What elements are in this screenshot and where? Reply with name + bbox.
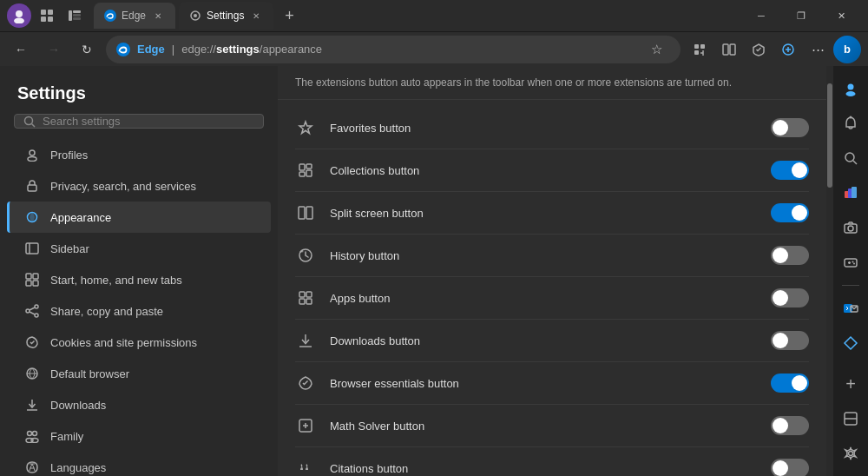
svg-rect-4 — [41, 17, 46, 22]
tab-group: Edge ✕ Settings ✕ + — [94, 2, 301, 30]
tab-settings[interactable]: Settings ✕ — [179, 2, 273, 30]
split-screen-toggle[interactable] — [771, 203, 809, 222]
svg-point-0 — [16, 10, 23, 17]
svg-rect-30 — [26, 281, 31, 286]
svg-rect-24 — [28, 185, 36, 191]
new-tab-button[interactable]: + — [277, 3, 301, 28]
sidebar-item-privacy[interactable]: Privacy, search, and services — [7, 170, 271, 202]
right-panel-divider — [842, 285, 859, 286]
restore-button[interactable]: ❐ — [781, 0, 821, 31]
right-panel-gear-icon[interactable] — [835, 438, 866, 469]
sidebar-item-share[interactable]: Share, copy and paste — [7, 295, 271, 327]
address-bar[interactable]: Edge | edge://settings/appearance ☆ — [106, 36, 681, 63]
copilot-icon[interactable]: b — [833, 36, 861, 63]
svg-point-77 — [852, 261, 854, 263]
more-tools-icon[interactable]: ⋯ — [804, 36, 832, 63]
profile-icons — [7, 3, 87, 28]
tab-edge[interactable]: Edge ✕ — [94, 3, 175, 29]
favorites-toggle[interactable] — [771, 118, 809, 137]
scrollbar-thumb[interactable] — [827, 83, 832, 188]
apps-toggle[interactable] — [771, 288, 809, 307]
downloads-toggle[interactable] — [771, 331, 809, 350]
sidebar-item-languages[interactable]: Languages — [7, 452, 271, 476]
svg-rect-14 — [694, 44, 699, 49]
tab-edge-close[interactable]: ✕ — [151, 9, 165, 23]
edge-logo-icon — [116, 43, 130, 56]
sidebar-item-downloads[interactable]: Downloads — [7, 389, 271, 420]
nav-start-icon — [24, 272, 40, 288]
collections-icon — [295, 160, 316, 181]
svg-rect-73 — [852, 187, 857, 198]
main-content: Settings Profiles Privacy, search, and s… — [0, 66, 868, 476]
browser-essentials-icon[interactable] — [745, 36, 773, 63]
back-button[interactable]: ← — [7, 36, 35, 63]
svg-point-42 — [33, 432, 37, 436]
svg-rect-52 — [306, 170, 312, 176]
setting-row-history: History button — [295, 235, 809, 277]
close-button[interactable]: ✕ — [821, 0, 861, 31]
right-panel-game-icon[interactable] — [835, 247, 866, 278]
svg-point-32 — [35, 305, 38, 308]
setting-row-favorites: Favorites button — [295, 107, 809, 149]
search-input[interactable] — [43, 115, 254, 128]
svg-point-20 — [25, 116, 33, 124]
svg-point-75 — [848, 226, 853, 231]
sidebar-item-start[interactable]: Start, home, and new tabs — [7, 264, 271, 295]
sidebar-item-cookies[interactable]: Cookies and site permissions — [7, 327, 271, 358]
refresh-button[interactable]: ↻ — [73, 36, 101, 63]
svg-rect-18 — [730, 44, 735, 55]
right-panel-profile-icon[interactable] — [835, 73, 866, 104]
extensions-icon[interactable] — [686, 36, 713, 63]
nav-family-icon — [24, 428, 40, 444]
scrollbar[interactable] — [826, 66, 833, 476]
svg-point-67 — [846, 91, 856, 96]
collections-toggle[interactable] — [771, 161, 809, 180]
right-panel-add-icon[interactable]: + — [835, 368, 866, 400]
minimize-button[interactable]: ─ — [741, 0, 781, 31]
split-screen-icon[interactable] — [715, 36, 743, 63]
avatar[interactable] — [7, 3, 31, 28]
right-panel-outlook-icon[interactable] — [835, 293, 866, 324]
math-solver-toggle[interactable] — [771, 416, 809, 435]
svg-rect-57 — [306, 292, 312, 297]
sidebar-item-sidebar[interactable]: Sidebar — [7, 233, 271, 264]
sidebar-item-family[interactable]: Family — [7, 420, 271, 452]
history-toggle[interactable] — [771, 246, 809, 265]
search-box[interactable] — [14, 114, 264, 129]
vertical-tabs-icon[interactable] — [62, 3, 87, 28]
nav-sidebar-label: Sidebar — [50, 242, 89, 255]
right-panel-diamond-icon[interactable] — [835, 327, 866, 359]
nav-share-icon — [24, 303, 40, 319]
svg-rect-3 — [48, 10, 53, 15]
nav-downloads-icon — [24, 397, 40, 413]
forward-button[interactable]: → — [40, 36, 68, 63]
citations-label: Citations button — [330, 462, 757, 475]
svg-rect-17 — [723, 44, 728, 55]
svg-point-78 — [853, 263, 855, 265]
right-panel-tools-icon[interactable] — [835, 177, 866, 208]
right-panel-notif-icon[interactable] — [835, 108, 866, 139]
window-controls: ─ ❐ ✕ — [741, 0, 861, 31]
sidebar-item-profiles[interactable]: Profiles — [7, 139, 271, 170]
favorite-star-icon[interactable]: ☆ — [642, 36, 670, 63]
nav-start-label: Start, home, and new tabs — [50, 274, 182, 287]
browser-essentials-toggle[interactable] — [771, 374, 809, 393]
sidebar-item-default[interactable]: Default browser — [7, 358, 271, 389]
svg-rect-51 — [299, 172, 305, 176]
svg-rect-26 — [26, 243, 38, 254]
workspaces-icon[interactable] — [35, 3, 59, 28]
right-panel-camera-icon[interactable] — [835, 212, 866, 243]
svg-point-13 — [116, 43, 130, 56]
tab-settings-close[interactable]: ✕ — [249, 9, 263, 23]
right-panel-layout-icon[interactable] — [835, 403, 866, 434]
svg-rect-29 — [33, 274, 38, 279]
settings-title: Settings — [0, 66, 278, 114]
svg-rect-50 — [306, 164, 312, 169]
edge-sidebar-icon[interactable] — [774, 36, 802, 63]
citations-toggle[interactable] — [771, 459, 809, 476]
settings-list: Favorites button Collections button Spli… — [278, 100, 826, 476]
tab-edge-label: Edge — [122, 10, 146, 22]
sidebar-item-appearance[interactable]: Appearance — [7, 202, 271, 233]
right-panel-search-icon[interactable] — [835, 142, 866, 174]
setting-row-browser-essentials: Browser essentials button — [295, 362, 809, 405]
